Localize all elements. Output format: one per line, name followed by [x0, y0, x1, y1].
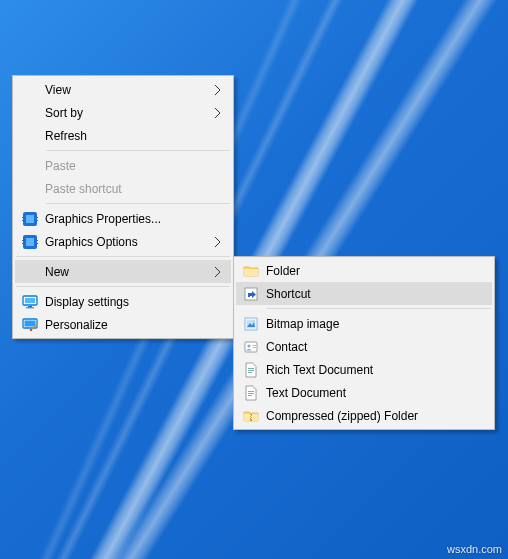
svg-rect-29 — [248, 370, 254, 371]
menu-item-label: Paste shortcut — [45, 182, 203, 196]
menu-item-label: Personalize — [45, 318, 203, 332]
menu-item-sort-by[interactable]: Sort by — [15, 101, 231, 124]
menu-item-label: Compressed (zipped) Folder — [266, 409, 464, 423]
chevron-right-icon — [215, 237, 221, 247]
menu-separator — [46, 203, 230, 204]
menu-item-label: Graphics Properties... — [45, 212, 203, 226]
watermark: wsxdn.com — [447, 543, 502, 555]
svg-rect-8 — [22, 240, 24, 241]
submenu-item-zip[interactable]: Compressed (zipped) Folder — [236, 404, 492, 427]
submenu-item-rtf[interactable]: Rich Text Document — [236, 358, 492, 381]
menu-item-label: Folder — [266, 264, 464, 278]
svg-rect-3 — [22, 220, 24, 221]
menu-item-label: Shortcut — [266, 287, 464, 301]
menu-item-label: Text Document — [266, 386, 464, 400]
menu-item-label: Refresh — [45, 129, 203, 143]
menu-item-display-settings[interactable]: Display settings — [15, 290, 231, 313]
menu-item-personalize[interactable]: Personalize — [15, 313, 231, 336]
menu-item-view[interactable]: View — [15, 78, 231, 101]
svg-rect-14 — [28, 306, 32, 307]
contact-icon — [242, 338, 260, 356]
menu-item-paste-shortcut: Paste shortcut — [15, 177, 231, 200]
menu-item-graphics-properties[interactable]: Graphics Properties... — [15, 207, 231, 230]
desktop-context-menu: View Sort by Refresh Paste Paste shortcu… — [12, 75, 234, 339]
submenu-item-shortcut[interactable]: Shortcut — [236, 282, 492, 305]
monitor-icon — [21, 293, 39, 311]
svg-rect-7 — [26, 238, 34, 246]
rich-text-document-icon — [242, 361, 260, 379]
submenu-item-contact[interactable]: Contact — [236, 335, 492, 358]
menu-separator — [267, 308, 491, 309]
submenu-item-folder[interactable]: Folder — [236, 259, 492, 282]
shortcut-icon — [242, 285, 260, 303]
svg-rect-17 — [25, 320, 36, 326]
svg-rect-26 — [253, 345, 257, 346]
menu-item-refresh[interactable]: Refresh — [15, 124, 231, 147]
svg-rect-36 — [251, 416, 252, 417]
menu-item-label: Sort by — [45, 106, 203, 120]
svg-rect-38 — [251, 418, 252, 419]
submenu-item-txt[interactable]: Text Document — [236, 381, 492, 404]
svg-rect-33 — [248, 395, 252, 396]
menu-item-new[interactable]: New — [15, 260, 231, 283]
intel-graphics-icon — [21, 233, 39, 251]
svg-rect-35 — [250, 415, 251, 416]
menu-item-label: Paste — [45, 159, 203, 173]
svg-rect-4 — [36, 217, 38, 218]
text-document-icon — [242, 384, 260, 402]
menu-item-label: Rich Text Document — [266, 363, 464, 377]
svg-point-23 — [253, 320, 255, 322]
submenu-item-bitmap[interactable]: Bitmap image — [236, 312, 492, 335]
menu-separator — [46, 150, 230, 151]
bitmap-image-icon — [242, 315, 260, 333]
menu-item-label: New — [45, 265, 203, 279]
menu-separator — [16, 256, 230, 257]
chevron-right-icon — [215, 267, 221, 277]
svg-rect-37 — [250, 417, 251, 418]
new-submenu: Folder Shortcut Bitmap image Contact Ric… — [233, 256, 495, 430]
svg-rect-27 — [253, 347, 257, 348]
zipped-folder-icon — [242, 407, 260, 425]
svg-point-25 — [247, 344, 250, 347]
intel-graphics-icon — [21, 210, 39, 228]
svg-rect-31 — [248, 391, 254, 392]
menu-item-graphics-options[interactable]: Graphics Options — [15, 230, 231, 253]
svg-rect-9 — [22, 243, 24, 244]
personalize-icon — [21, 316, 39, 334]
svg-rect-30 — [248, 372, 252, 373]
chevron-right-icon — [215, 108, 221, 118]
menu-item-label: View — [45, 83, 203, 97]
menu-item-label: Bitmap image — [266, 317, 464, 331]
menu-item-label: Graphics Options — [45, 235, 203, 249]
svg-point-18 — [30, 328, 32, 330]
svg-rect-13 — [25, 298, 35, 303]
svg-rect-11 — [36, 243, 38, 244]
svg-rect-1 — [26, 215, 34, 223]
svg-rect-15 — [26, 307, 34, 308]
folder-icon — [242, 262, 260, 280]
svg-rect-10 — [36, 240, 38, 241]
svg-rect-2 — [22, 217, 24, 218]
svg-rect-32 — [248, 393, 254, 394]
svg-rect-28 — [248, 368, 254, 369]
chevron-right-icon — [215, 85, 221, 95]
menu-separator — [16, 286, 230, 287]
menu-item-label: Contact — [266, 340, 464, 354]
menu-item-label: Display settings — [45, 295, 203, 309]
svg-rect-5 — [36, 220, 38, 221]
menu-item-paste: Paste — [15, 154, 231, 177]
